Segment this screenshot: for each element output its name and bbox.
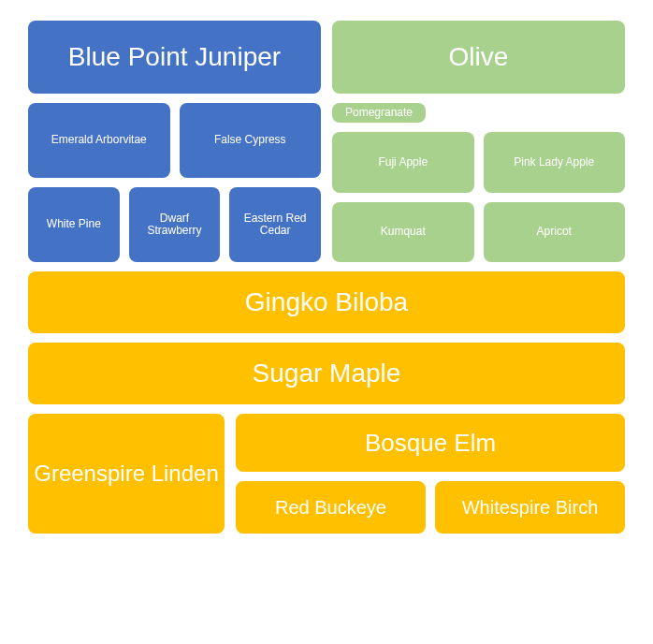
green-cell: Pink Lady Apple (484, 132, 626, 192)
blue-cell: Dwarf Strawberry (129, 187, 221, 262)
green-cell: Fuji Apple (332, 132, 474, 192)
blue-row-1: Emerald Arborvitae False Cypress (28, 103, 321, 178)
green-cell: Apricot (484, 202, 626, 262)
yellow-cell-bosque: Bosque Elm (236, 414, 625, 472)
blue-row-2: White Pine Dwarf Strawberry Eastern Red … (28, 187, 321, 262)
blue-cell: Emerald Arborvitae (28, 103, 170, 178)
header-green: Olive (332, 21, 625, 94)
diagram-root: Blue Point Juniper Olive Emerald Arborvi… (28, 21, 625, 625)
green-right-grid: Fuji Apple Pink Lady Apple Kumquat Apric… (332, 132, 625, 262)
bosque-col: Bosque Elm Red Buckeye Whitespire Birch (236, 414, 625, 534)
blue-cell: False Cypress (180, 103, 322, 178)
yellow-bottom-group: Greenspire Linden Bosque Elm Red Buckeye… (28, 414, 625, 534)
green-group: Pomegranate Fuji Apple Pink Lady Apple K… (332, 103, 625, 262)
yellow-cell-leaf: Red Buckeye (236, 481, 426, 534)
mid-section: Emerald Arborvitae False Cypress White P… (28, 103, 625, 262)
yellow-cell-leaf: Whitespire Birch (435, 481, 625, 534)
blue-cell: Eastern Red Cedar (229, 187, 321, 262)
linden-col: Greenspire Linden (28, 414, 225, 534)
blue-group: Emerald Arborvitae False Cypress White P… (28, 103, 321, 262)
green-cell-tall: Pomegranate (332, 103, 426, 123)
green-row-2: Kumquat Apricot (332, 202, 625, 262)
bosque-top: Bosque Elm (236, 414, 625, 472)
green-cell: Kumquat (332, 202, 474, 262)
top-header-row: Blue Point Juniper Olive (28, 21, 625, 94)
yellow-cell-large: Gingko Biloba (28, 271, 625, 333)
green-row-1: Fuji Apple Pink Lady Apple (332, 132, 625, 192)
green-tall-col: Pomegranate (332, 103, 426, 123)
blue-cell: White Pine (28, 187, 120, 262)
yellow-bar-1: Gingko Biloba (28, 271, 625, 333)
yellow-cell-large: Sugar Maple (28, 343, 625, 404)
yellow-cell-linden: Greenspire Linden (28, 414, 225, 534)
bosque-bottom-row: Red Buckeye Whitespire Birch (236, 481, 625, 534)
header-blue: Blue Point Juniper (28, 21, 321, 94)
yellow-bar-2: Sugar Maple (28, 343, 625, 404)
